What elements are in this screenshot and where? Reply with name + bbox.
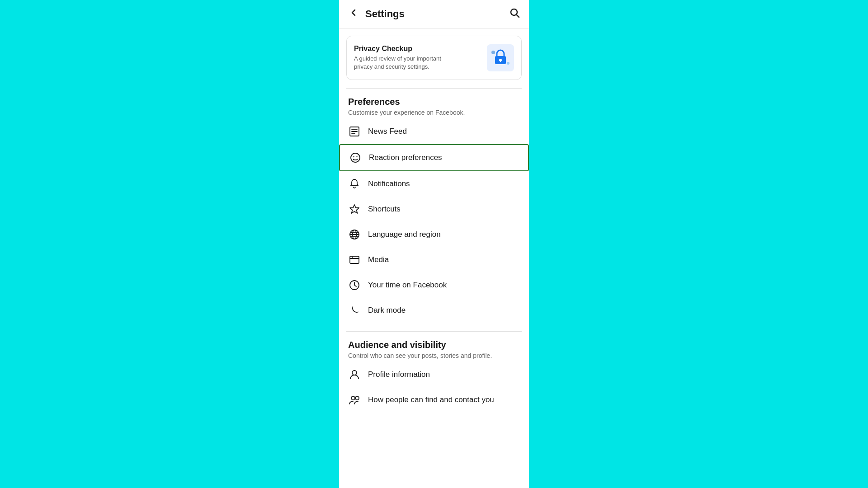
svg-point-14 bbox=[356, 156, 357, 157]
menu-item-profile-information[interactable]: Profile information bbox=[339, 362, 529, 387]
menu-item-reaction-preferences[interactable]: Reaction preferences bbox=[339, 144, 529, 171]
privacy-checkup-title: Privacy Checkup bbox=[354, 45, 458, 53]
svg-rect-23 bbox=[350, 256, 359, 263]
menu-item-news-feed[interactable]: News Feed bbox=[339, 119, 529, 144]
news-feed-label: News Feed bbox=[368, 127, 407, 136]
preferences-section-header: Preferences Customise your experience on… bbox=[339, 97, 529, 119]
preferences-subtitle: Customise your experience on Facebook. bbox=[348, 109, 520, 116]
svg-point-15 bbox=[355, 153, 356, 154]
find-contact-label: How people can find and contact you bbox=[368, 395, 494, 404]
reaction-icon bbox=[349, 151, 362, 164]
search-icon[interactable] bbox=[509, 7, 520, 21]
language-region-label: Language and region bbox=[368, 230, 441, 239]
moon-icon bbox=[348, 304, 361, 317]
menu-item-media[interactable]: Media bbox=[339, 247, 529, 272]
audience-divider bbox=[346, 331, 522, 332]
shortcuts-label: Shortcuts bbox=[368, 205, 401, 214]
media-icon bbox=[348, 253, 361, 266]
preferences-title: Preferences bbox=[348, 97, 520, 107]
svg-point-13 bbox=[353, 156, 354, 157]
audience-subtitle: Control who can see your posts, stories … bbox=[348, 352, 520, 359]
svg-point-28 bbox=[351, 396, 355, 400]
profile-information-label: Profile information bbox=[368, 370, 430, 379]
time-on-facebook-label: Your time on Facebook bbox=[368, 281, 447, 290]
menu-item-dark-mode[interactable]: Dark mode bbox=[339, 298, 529, 323]
page-title: Settings bbox=[365, 8, 405, 20]
menu-item-language-region[interactable]: Language and region bbox=[339, 222, 529, 247]
svg-point-16 bbox=[359, 155, 359, 155]
content-area: Privacy Checkup A guided review of your … bbox=[339, 28, 529, 488]
back-button[interactable] bbox=[348, 7, 359, 21]
profile-icon bbox=[348, 368, 361, 381]
header-left: Settings bbox=[348, 7, 405, 21]
audience-section-header: Audience and visibility Control who can … bbox=[339, 340, 529, 362]
svg-point-29 bbox=[355, 396, 359, 400]
svg-marker-17 bbox=[350, 205, 359, 213]
reaction-preferences-label: Reaction preferences bbox=[369, 153, 442, 162]
media-label: Media bbox=[368, 255, 389, 264]
svg-point-6 bbox=[491, 51, 495, 54]
audience-title: Audience and visibility bbox=[348, 340, 520, 350]
menu-item-notifications[interactable]: Notifications bbox=[339, 171, 529, 197]
privacy-checkup-icon bbox=[487, 44, 514, 71]
notifications-label: Notifications bbox=[368, 179, 410, 188]
svg-point-27 bbox=[352, 371, 357, 375]
globe-icon bbox=[348, 228, 361, 241]
svg-line-1 bbox=[517, 15, 519, 18]
svg-point-12 bbox=[351, 153, 360, 162]
menu-item-time-on-facebook[interactable]: Your time on Facebook bbox=[339, 272, 529, 298]
bell-icon bbox=[348, 178, 361, 190]
preferences-divider bbox=[346, 88, 522, 89]
svg-rect-5 bbox=[500, 60, 501, 62]
privacy-checkup-description: A guided review of your important privac… bbox=[354, 55, 458, 71]
phone-panel: Settings Privacy Checkup A guided review… bbox=[339, 0, 529, 488]
svg-point-7 bbox=[507, 62, 509, 65]
privacy-checkup-text: Privacy Checkup A guided review of your … bbox=[354, 45, 458, 71]
find-contact-icon bbox=[348, 394, 361, 406]
shortcuts-icon bbox=[348, 203, 361, 216]
menu-item-find-contact[interactable]: How people can find and contact you bbox=[339, 387, 529, 413]
dark-mode-label: Dark mode bbox=[368, 306, 406, 315]
news-feed-icon bbox=[348, 125, 361, 138]
privacy-checkup-card[interactable]: Privacy Checkup A guided review of your … bbox=[346, 36, 522, 80]
menu-item-shortcuts[interactable]: Shortcuts bbox=[339, 197, 529, 222]
header: Settings bbox=[339, 0, 529, 28]
clock-icon bbox=[348, 279, 361, 291]
